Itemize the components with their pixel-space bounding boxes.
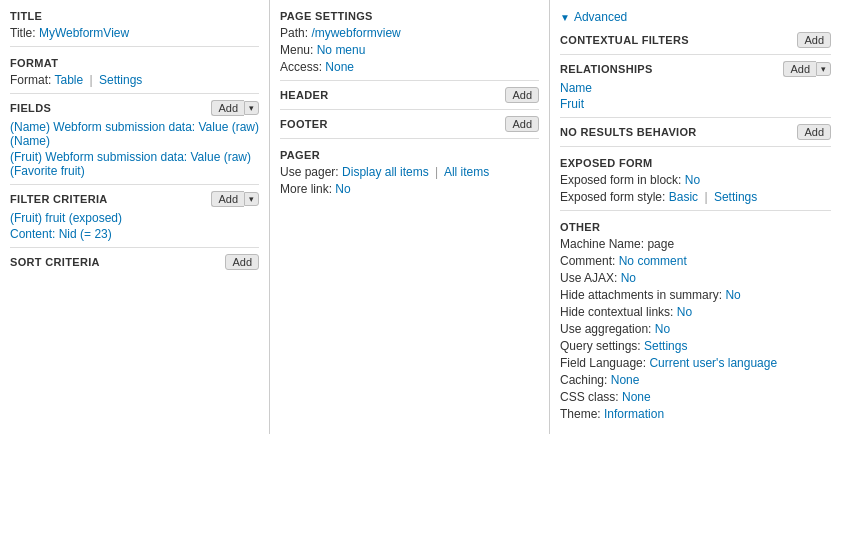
fields-add-arrow-button[interactable]: ▾ <box>244 101 259 115</box>
footer-section-row: FOOTER Add <box>280 116 539 132</box>
hide-attachments-val[interactable]: No <box>725 288 740 302</box>
exposed-form-block-val[interactable]: No <box>685 173 700 187</box>
relationship-name-link[interactable]: Name <box>560 81 592 95</box>
caching-row: Caching: None <box>560 373 831 387</box>
comment-label: Comment: <box>560 254 615 268</box>
filter-section-row: FILTER CRITERIA Add ▾ <box>10 191 259 207</box>
filter-section-heading: FILTER CRITERIA <box>10 193 108 205</box>
exposed-form-block-row: Exposed form in block: No <box>560 173 831 187</box>
ajax-label: Use AJAX: <box>560 271 617 285</box>
path-row: Path: /mywebformview <box>280 26 539 40</box>
more-link-label: More link: <box>280 182 332 196</box>
fields-add-btn-group[interactable]: Add ▾ <box>211 100 259 116</box>
advanced-toggle[interactable]: ▼ Advanced <box>560 10 831 24</box>
ajax-val[interactable]: No <box>621 271 636 285</box>
format-settings-link[interactable]: Settings <box>99 73 142 87</box>
query-settings-label: Query settings: <box>560 339 641 353</box>
header-add-button[interactable]: Add <box>505 87 539 103</box>
relationship-item-0[interactable]: Name <box>560 81 831 95</box>
filter-item-1[interactable]: Content: Nid (= 23) <box>10 227 259 241</box>
more-link-row: More link: No <box>280 182 539 196</box>
css-class-row: CSS class: None <box>560 390 831 404</box>
use-pager-row: Use pager: Display all items | All items <box>280 165 539 179</box>
aggregation-row: Use aggregation: No <box>560 322 831 336</box>
filter-item-1-link[interactable]: Content: Nid (= 23) <box>10 227 112 241</box>
no-results-add-button[interactable]: Add <box>797 124 831 140</box>
title-label: Title: <box>10 26 36 40</box>
fields-add-button[interactable]: Add <box>211 100 244 116</box>
exposed-form-style-label: Exposed form style: <box>560 190 665 204</box>
field-item-1-link[interactable]: (Fruit) Webform submission data: Value (… <box>10 150 251 178</box>
format-pipe: | <box>90 73 93 87</box>
access-row: Access: None <box>280 60 539 74</box>
filter-add-button[interactable]: Add <box>211 191 244 207</box>
contextual-filters-section-row: CONTEXTUAL FILTERS Add <box>560 32 831 48</box>
pager-section-heading: PAGER <box>280 149 539 161</box>
format-value-link[interactable]: Table <box>54 73 83 87</box>
filter-add-arrow-button[interactable]: ▾ <box>244 192 259 206</box>
field-item-1[interactable]: (Fruit) Webform submission data: Value (… <box>10 150 259 178</box>
format-row: Format: Table | Settings <box>10 73 259 87</box>
relationships-add-button[interactable]: Add <box>783 61 816 77</box>
aggregation-val[interactable]: No <box>655 322 670 336</box>
footer-add-button[interactable]: Add <box>505 116 539 132</box>
css-class-val[interactable]: None <box>622 390 651 404</box>
exposed-form-heading: EXPOSED FORM <box>560 157 831 169</box>
all-items-link[interactable]: All items <box>444 165 489 179</box>
path-value[interactable]: /mywebformview <box>311 26 400 40</box>
advanced-label: Advanced <box>574 10 627 24</box>
filter-item-0[interactable]: (Fruit) fruit (exposed) <box>10 211 259 225</box>
exposed-form-block-label: Exposed form in block: <box>560 173 681 187</box>
caching-label: Caching: <box>560 373 607 387</box>
format-label: Format: <box>10 73 51 87</box>
menu-row: Menu: No menu <box>280 43 539 57</box>
menu-value[interactable]: No menu <box>317 43 366 57</box>
title-value-link[interactable]: MyWebformView <box>39 26 129 40</box>
hide-attachments-label: Hide attachments in summary: <box>560 288 722 302</box>
advanced-arrow-icon: ▼ <box>560 12 570 23</box>
header-section-heading: HEADER <box>280 89 328 101</box>
title-row: Title: MyWebformView <box>10 26 259 40</box>
page-settings-section-heading: PAGE SETTINGS <box>280 10 539 22</box>
exposed-form-style-row: Exposed form style: Basic | Settings <box>560 190 831 204</box>
sort-add-button[interactable]: Add <box>225 254 259 270</box>
comment-val[interactable]: No comment <box>619 254 687 268</box>
field-language-row: Field Language: Current user's language <box>560 356 831 370</box>
field-language-val[interactable]: Current user's language <box>649 356 777 370</box>
access-value[interactable]: None <box>325 60 354 74</box>
header-section-row: HEADER Add <box>280 87 539 103</box>
contextual-add-button[interactable]: Add <box>797 32 831 48</box>
hide-contextual-val[interactable]: No <box>677 305 692 319</box>
title-section-heading: TITLE <box>10 10 259 22</box>
query-settings-val[interactable]: Settings <box>644 339 687 353</box>
relationship-item-1[interactable]: Fruit <box>560 97 831 111</box>
theme-label: Theme: <box>560 407 601 421</box>
machine-name-val: page <box>647 237 674 251</box>
filter-add-btn-group[interactable]: Add ▾ <box>211 191 259 207</box>
pager-pipe: | <box>435 165 438 179</box>
field-item-0-link[interactable]: (Name) Webform submission data: Value (r… <box>10 120 259 148</box>
relationships-heading: RELATIONSHIPS <box>560 63 653 75</box>
exposed-form-settings-link[interactable]: Settings <box>714 190 757 204</box>
more-link-val[interactable]: No <box>335 182 350 196</box>
footer-section-heading: FOOTER <box>280 118 328 130</box>
ajax-row: Use AJAX: No <box>560 271 831 285</box>
comment-row: Comment: No comment <box>560 254 831 268</box>
no-results-section-row: NO RESULTS BEHAVIOR Add <box>560 124 831 140</box>
css-class-label: CSS class: <box>560 390 619 404</box>
theme-val[interactable]: Information <box>604 407 664 421</box>
filter-item-0-link[interactable]: (Fruit) fruit (exposed) <box>10 211 122 225</box>
exposed-form-style-val[interactable]: Basic <box>669 190 698 204</box>
no-results-heading: NO RESULTS BEHAVIOR <box>560 126 697 138</box>
display-all-items[interactable]: Display all items <box>342 165 429 179</box>
relationships-add-arrow-button[interactable]: ▾ <box>816 62 831 76</box>
fields-section-row: FIELDS Add ▾ <box>10 100 259 116</box>
theme-row: Theme: Information <box>560 407 831 421</box>
other-heading: OTHER <box>560 221 831 233</box>
aggregation-label: Use aggregation: <box>560 322 651 336</box>
caching-val[interactable]: None <box>611 373 640 387</box>
field-item-0[interactable]: (Name) Webform submission data: Value (r… <box>10 120 259 148</box>
path-label: Path: <box>280 26 308 40</box>
relationships-add-btn-group[interactable]: Add ▾ <box>783 61 831 77</box>
relationship-fruit-link[interactable]: Fruit <box>560 97 584 111</box>
